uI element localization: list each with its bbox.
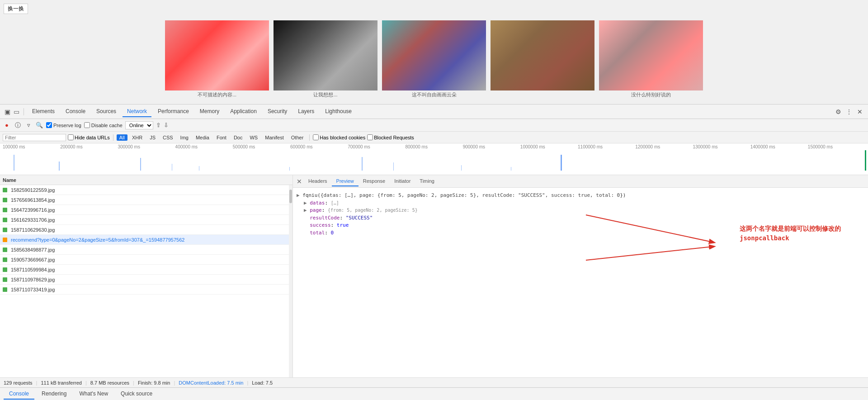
expand-arrow[interactable]: ▶ (297, 192, 300, 198)
hide-data-urls-checkbox[interactable]: Hide data URLs (68, 134, 110, 140)
detail-content[interactable]: ▶ fqniu({datas: […], page: {from: 5, pag… (293, 188, 868, 377)
file-row[interactable]: 1576569613854.jpg (0, 195, 289, 205)
import-btn[interactable]: ⇧ (156, 122, 161, 129)
file-row[interactable]: 1587110629630.jpg (0, 225, 289, 235)
file-type-icon (3, 248, 7, 252)
bottom-tab-whats-new[interactable]: What's New (74, 389, 113, 400)
gallery-item-2[interactable]: 让我想想... (274, 20, 377, 98)
file-row-highlighted[interactable]: recommend?type=0&pageNo=2&pageSize=5&fro… (0, 235, 289, 245)
tab-layers[interactable]: Layers (293, 106, 319, 117)
filter-icon[interactable]: ▿ (24, 121, 33, 129)
file-list-scrollbar[interactable] (289, 185, 292, 377)
has-blocked-cookies-input[interactable] (313, 134, 319, 140)
tab-network[interactable]: Network (123, 106, 151, 117)
status-sep-5: | (247, 380, 248, 386)
tab-sources[interactable]: Sources (92, 106, 121, 117)
detail-tab-headers[interactable]: Headers (304, 176, 332, 186)
filter-type-manifest[interactable]: Manifest (262, 134, 287, 141)
gallery-image-4[interactable] (491, 20, 594, 90)
gallery-item-5[interactable]: 没什么特别好说的 (599, 20, 703, 98)
colon-5: : (325, 230, 330, 236)
filter-type-all[interactable]: All (117, 134, 127, 141)
file-type-icon (3, 208, 7, 212)
gallery-item-3[interactable]: 这不叫自由画画云朵 (382, 20, 486, 98)
file-list-scroll-wrapper: 1582590122559.jpg 1576569613854.jpg 1564… (0, 185, 292, 377)
filter-type-xhr[interactable]: XHR (129, 134, 145, 141)
hide-data-urls-input[interactable] (68, 134, 74, 140)
file-row[interactable]: 1582590122559.jpg (0, 185, 289, 195)
settings-icon[interactable]: ⚙ (834, 107, 843, 116)
expand-page[interactable]: ▶ (304, 207, 307, 213)
scrollbar-thumb[interactable] (289, 190, 292, 203)
file-row[interactable]: 1561629331706.jpg (0, 215, 289, 225)
tl-200k: 200000 ms (60, 144, 118, 149)
filter-type-doc[interactable]: Doc (231, 134, 245, 141)
filter-type-img[interactable]: Img (178, 134, 191, 141)
detail-tab-timing[interactable]: Timing (415, 176, 439, 186)
gallery-image-1[interactable] (165, 20, 269, 90)
datas-key: datas (310, 200, 325, 206)
file-name: 1587110629630.jpg (11, 227, 286, 233)
filter-input[interactable] (3, 134, 66, 141)
has-blocked-cookies-checkbox[interactable]: Has blocked cookies (313, 134, 365, 140)
tab-performance[interactable]: Performance (153, 106, 193, 117)
filter-type-ws[interactable]: WS (247, 134, 260, 141)
gallery-item-1[interactable]: 不可描述的内容... (165, 20, 269, 98)
inspect-icon[interactable]: ▣ (4, 108, 11, 115)
clear-button[interactable]: ⓘ (14, 121, 22, 129)
gallery-item-4[interactable] (491, 20, 594, 98)
blocked-requests-input[interactable] (367, 134, 373, 140)
dom-content-loaded[interactable]: DOMContentLoaded: 7.5 min (179, 380, 243, 386)
disable-cache-input[interactable] (84, 122, 90, 128)
bottom-tab-console[interactable]: Console (4, 389, 34, 400)
file-name: 1576569613854.jpg (11, 197, 286, 203)
tab-lighthouse[interactable]: Lighthouse (321, 106, 356, 117)
file-row[interactable]: 1590573669667.jpg (0, 255, 289, 265)
gallery-image-2[interactable] (274, 20, 377, 90)
file-type-icon (3, 287, 7, 292)
timeline-bars (0, 150, 868, 171)
preserve-log-checkbox[interactable]: Preserve log (46, 122, 81, 128)
file-row[interactable]: 1585638498877.jpg (0, 245, 289, 255)
tab-memory[interactable]: Memory (195, 106, 224, 117)
device-icon[interactable]: ▭ (13, 108, 20, 115)
filter-type-media[interactable]: Media (193, 134, 212, 141)
file-name: 1587110978629.jpg (11, 277, 286, 282)
bottom-tab-rendering[interactable]: Rendering (36, 389, 72, 400)
tab-elements[interactable]: Elements (28, 106, 59, 117)
disable-cache-checkbox[interactable]: Disable cache (84, 122, 123, 128)
filter-type-js[interactable]: JS (147, 134, 158, 141)
bottom-tab-quick-source[interactable]: Quick source (115, 389, 158, 400)
search-button[interactable]: 🔍 (35, 121, 43, 129)
file-row[interactable]: 1587110978629.jpg (0, 275, 289, 285)
preserve-log-input[interactable] (46, 122, 52, 128)
gallery-image-3[interactable] (382, 20, 486, 90)
filter-type-other[interactable]: Other (288, 134, 307, 141)
filter-type-font[interactable]: Font (214, 134, 229, 141)
filter-type-css[interactable]: CSS (160, 134, 176, 141)
record-button[interactable]: ● (3, 121, 11, 129)
tab-application[interactable]: Application (226, 106, 261, 117)
export-btn[interactable]: ⇩ (164, 122, 169, 129)
swap-button[interactable]: 换一换 (4, 4, 28, 14)
tab-console[interactable]: Console (61, 106, 90, 117)
blocked-requests-checkbox[interactable]: Blocked Requests (367, 134, 414, 140)
detail-tab-response[interactable]: Response (359, 176, 390, 186)
throttle-select[interactable]: Online (125, 121, 153, 129)
more-icon[interactable]: ⋮ (844, 107, 854, 116)
json-tree: ▶ datas: […] ▶ page: {from: 5, pageNo: 2… (297, 200, 864, 237)
file-row[interactable]: 1564723996716.jpg (0, 205, 289, 215)
close-detail-icon[interactable]: ✕ (295, 177, 304, 186)
json-total-line: total: 0 (304, 229, 864, 237)
detail-tab-initiator[interactable]: Initiator (390, 176, 415, 186)
file-row[interactable]: 1587110599984.jpg (0, 265, 289, 275)
close-devtools-icon[interactable]: ✕ (855, 107, 864, 116)
tab-security[interactable]: Security (263, 106, 292, 117)
expand-datas[interactable]: ▶ (304, 200, 307, 206)
colon-3: : (340, 215, 345, 221)
file-row[interactable]: 1587110733419.jpg (0, 285, 289, 295)
preview-header-line: ▶ fqniu({datas: […], page: {from: 5, pag… (297, 191, 864, 200)
gallery-image-5[interactable] (599, 20, 703, 90)
file-list-body[interactable]: 1582590122559.jpg 1576569613854.jpg 1564… (0, 185, 289, 377)
detail-tab-preview[interactable]: Preview (332, 176, 359, 186)
